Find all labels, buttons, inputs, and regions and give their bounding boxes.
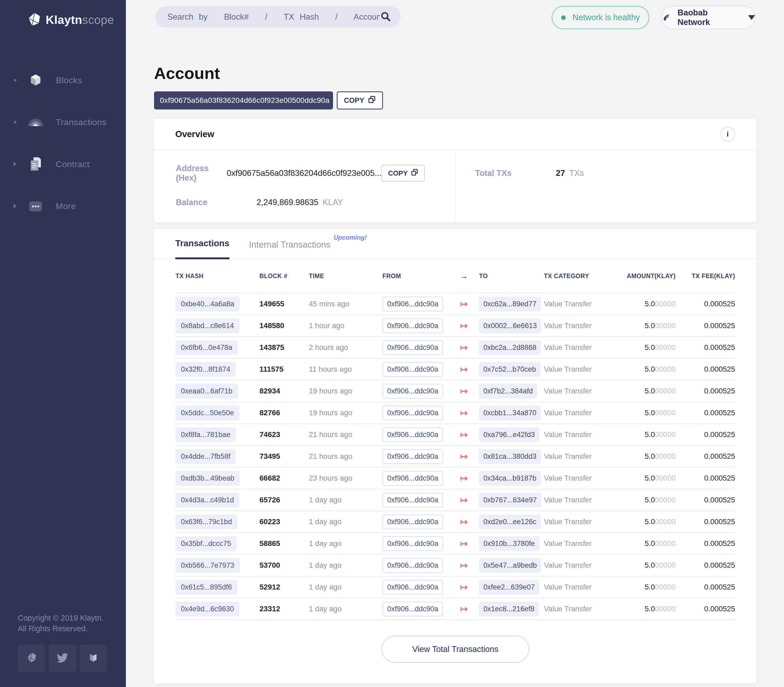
tx-category: Value Transfer: [544, 496, 623, 504]
tab-internal-transactions[interactable]: Internal Transactions Upcoming!: [249, 240, 367, 259]
table-header: TX HASH BLOCK # TIME FROM → TO TX CATEGO…: [175, 259, 735, 293]
from-to-arrow-icon: ↦: [449, 386, 479, 396]
from-address-link[interactable]: 0xf906...ddc90a: [382, 362, 443, 377]
tx-hash-link[interactable]: 0x4d3a...c49b1d: [175, 493, 239, 508]
search-input[interactable]: [167, 12, 380, 22]
from-to-arrow-icon: ↦: [449, 299, 479, 309]
tx-fee: 0.000525: [676, 452, 735, 461]
from-address-link[interactable]: 0xf906...ddc90a: [382, 406, 443, 420]
search-icon[interactable]: [380, 11, 392, 23]
from-address-link[interactable]: 0xf906...ddc90a: [382, 340, 443, 355]
tx-amount: 5.000000: [623, 300, 676, 308]
tx-hash-link[interactable]: 0xeaa0...6af71b: [175, 384, 238, 398]
network-name: Baobab Network: [677, 8, 738, 27]
view-total-transactions-button[interactable]: View Total Transactions: [381, 636, 529, 663]
from-address-link[interactable]: 0xf906...ddc90a: [382, 514, 443, 529]
table-row: 0x6fb6...0e478a 143875 2 hours ago 0xf90…: [175, 337, 735, 358]
tx-fee: 0.000525: [676, 387, 735, 395]
tx-hash-link[interactable]: 0xdb3b...49beab: [175, 471, 239, 486]
sidebar-item-transactions[interactable]: Transactions: [0, 112, 126, 133]
copy-overview-address-button[interactable]: COPY: [381, 165, 425, 182]
balance-label: Balance: [176, 198, 257, 207]
from-address-link[interactable]: 0xf906...ddc90a: [382, 558, 443, 573]
tx-hash-link[interactable]: 0x63f6...79c1bd: [175, 514, 237, 529]
tx-hash-link[interactable]: 0xf8fa...781bae: [175, 427, 236, 442]
to-address-link[interactable]: 0x0002...6e6613: [479, 319, 541, 333]
bullet-icon: [11, 79, 19, 82]
to-address-link[interactable]: 0xb767...634e97: [479, 493, 541, 508]
tab-transactions[interactable]: Transactions: [175, 238, 230, 259]
to-address-link[interactable]: 0x34ca...b9187b: [479, 471, 541, 486]
network-selector[interactable]: Baobab Network: [661, 6, 756, 29]
sidebar-item-contract[interactable]: Contract: [0, 154, 126, 175]
from-address-link[interactable]: 0xf906...ddc90a: [382, 297, 443, 311]
from-to-arrow-icon: ↦: [449, 603, 479, 614]
from-address-link[interactable]: 0xf906...ddc90a: [382, 427, 443, 442]
tx-hash-link[interactable]: 0x5ddc...50e50e: [175, 406, 239, 420]
col-amount: AMOUNT(KLAY): [623, 273, 676, 280]
tx-fee: 0.000525: [676, 561, 735, 570]
twitter-button[interactable]: [49, 644, 76, 672]
from-address-link[interactable]: 0xf906...ddc90a: [382, 319, 443, 333]
to-address-link[interactable]: 0xa796...e42fd3: [479, 427, 539, 442]
table-row: 0x35bf...dccc75 58865 1 day ago 0xf906..…: [175, 533, 735, 555]
from-address-link[interactable]: 0xf906...ddc90a: [382, 471, 443, 486]
tx-hash-link[interactable]: 0x4dde...7fb58f: [175, 449, 236, 464]
to-address-link[interactable]: 0xf7b2...384afd: [479, 384, 537, 398]
tx-amount: 5.000000: [623, 409, 676, 417]
from-address-link[interactable]: 0xf906...ddc90a: [382, 580, 443, 595]
tx-hash-link[interactable]: 0x32f0...8f1874: [175, 362, 236, 377]
sidebar: Klaytnscope Blocks Tra: [0, 0, 126, 687]
main-content: Network is healthy Baobab Network Accoun…: [126, 0, 784, 687]
tx-hash-link[interactable]: 0x6fb6...0e478a: [175, 340, 238, 355]
to-address-link[interactable]: 0x5e47...a9bedb: [479, 558, 541, 573]
tx-category: Value Transfer: [544, 300, 623, 308]
tx-hash-link[interactable]: 0x35bf...dccc75: [175, 536, 236, 551]
signal-icon: [661, 12, 672, 23]
to-address-link[interactable]: 0xbc2a...2d8868: [479, 340, 541, 355]
page-title: Account: [154, 64, 220, 83]
tx-hash-link[interactable]: 0x8abd...c8e614: [175, 319, 239, 333]
address-hex-value: 0xf90675a56a03f836204d66c0f923e005...: [227, 168, 382, 178]
from-address-link[interactable]: 0xf906...ddc90a: [382, 493, 443, 508]
account-address-row: 0xf90675a56a03f836204d66c0f923e00500ddc9…: [154, 91, 383, 110]
tx-hash-link[interactable]: 0x4e9d...6c9630: [175, 602, 239, 616]
sidebar-item-more[interactable]: More: [0, 196, 126, 217]
block-number: 143875: [259, 343, 309, 352]
from-to-arrow-icon: ↦: [449, 516, 479, 527]
to-address-link[interactable]: 0xd2e0...ee126c: [479, 514, 541, 529]
col-to: TO: [479, 273, 544, 280]
to-address-link[interactable]: 0x1ec8...216ef8: [479, 602, 539, 616]
tx-hash-link[interactable]: 0xbe40...4a6a8a: [175, 297, 239, 311]
klaytn-social-button[interactable]: [18, 644, 46, 672]
copy-address-button[interactable]: COPY: [337, 91, 383, 110]
tx-category: Value Transfer: [544, 365, 623, 373]
to-address-link[interactable]: 0xcbb1...34a870: [479, 406, 541, 420]
from-address-link[interactable]: 0xf906...ddc90a: [382, 384, 443, 398]
tx-category: Value Transfer: [544, 321, 623, 330]
copy-icon: [368, 95, 376, 105]
sidebar-nav: Blocks Transactions: [0, 70, 126, 217]
sidebar-item-blocks[interactable]: Blocks: [0, 70, 126, 91]
to-address-link[interactable]: 0xc62a...89ed77: [479, 297, 541, 311]
block-number: 82934: [259, 387, 309, 395]
medium-button[interactable]: [79, 644, 107, 672]
copy-icon: [411, 169, 418, 178]
tx-hash-link[interactable]: 0xb566...7e7973: [175, 558, 239, 573]
total-txs-value: 27: [556, 168, 565, 178]
to-address-link[interactable]: 0xfee2...639e07: [479, 580, 539, 595]
to-address-link[interactable]: 0x81ca...380dd3: [479, 449, 541, 464]
tx-hash-link[interactable]: 0x61c5...895df6: [175, 580, 237, 595]
from-address-link[interactable]: 0xf906...ddc90a: [382, 536, 443, 551]
to-address-link[interactable]: 0x7c52...b70ceb: [479, 362, 540, 377]
tx-time: 1 hour ago: [309, 321, 382, 330]
tx-amount: 5.000000: [623, 321, 676, 330]
from-to-arrow-icon: ↦: [449, 364, 479, 375]
info-icon[interactable]: i: [720, 127, 735, 141]
to-address-link[interactable]: 0x910b...3780fe: [479, 536, 539, 551]
brand-logo[interactable]: Klaytnscope: [0, 0, 126, 28]
from-address-link[interactable]: 0xf906...ddc90a: [382, 449, 443, 464]
tx-amount: 5.000000: [623, 496, 676, 504]
tx-time: 21 hours ago: [309, 431, 382, 439]
from-address-link[interactable]: 0xf906...ddc90a: [382, 602, 443, 616]
